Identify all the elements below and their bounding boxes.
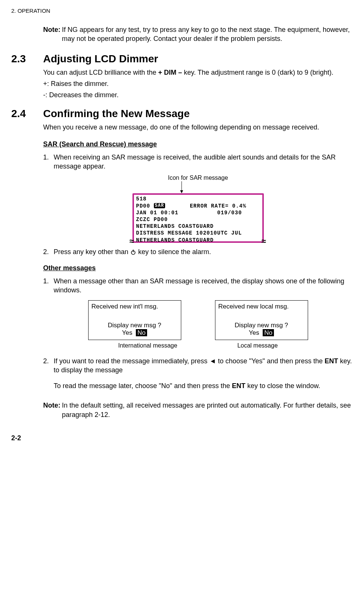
- dialog-prompt: Display new msg ?: [92, 322, 178, 329]
- section-title: Confirming the New Message: [43, 108, 190, 120]
- dialog-local-caption: Local message: [237, 342, 278, 349]
- text: If you want to read the message immediat…: [54, 357, 209, 365]
- sar-figure-caption: Icon for SAR message: [129, 175, 268, 181]
- text: PD00: [136, 203, 154, 209]
- dialog-options: Yes No: [218, 329, 305, 337]
- lcd-row: PD00 SAR ERROR RATE= 0.4%: [136, 203, 260, 209]
- section-title: Adjusting LCD Dimmer: [43, 53, 158, 65]
- step-number: 1.: [43, 277, 54, 295]
- text: Press any key other than: [54, 248, 130, 256]
- continuation-icon: ≈: [261, 237, 266, 248]
- sar-figure: Icon for SAR message 518 PD00 SAR ERROR …: [129, 175, 268, 242]
- lcd-row: ZCZC PD00: [136, 216, 260, 223]
- other-subheading: Other messages: [43, 264, 353, 272]
- step-number: 1.: [43, 153, 54, 171]
- text: to choose "Yes" and then press the: [216, 357, 325, 365]
- lcd-row: NETHERLANDS COASTGUARD: [136, 237, 260, 244]
- sec24-intro: When you receive a new message, do one o…: [43, 123, 353, 132]
- step-body: When a message other than an SAR message…: [54, 277, 353, 295]
- sar-subheading: SAR (Search and Rescue) message: [43, 140, 353, 148]
- dialog-intl: Received new int'l msg. Display new msg …: [88, 300, 181, 340]
- svg-marker-1: [180, 190, 183, 193]
- note-label: Note:: [43, 25, 60, 44]
- continuation-icon: ≈: [129, 237, 135, 248]
- section-number: 2.4: [11, 108, 43, 120]
- lcd-row: NETHERLANDS COASTGUARD: [136, 223, 260, 230]
- lcd-screen: 518 PD00 SAR ERROR RATE= 0.4% JAN 01 00:…: [132, 193, 264, 242]
- page-number: 2-2: [11, 434, 353, 442]
- text: key. The adjustment range is 0 (dark) to…: [182, 69, 334, 76]
- section-2-4-heading: 2.4 Confirming the New Message: [11, 108, 353, 120]
- option-no-selected: No: [136, 329, 147, 336]
- lcd-row: 518: [136, 196, 260, 202]
- note-body: In the default setting, all received mes…: [60, 401, 353, 419]
- lcd-row: DISTRESS MESSAGE 102010UTC JUL: [136, 230, 260, 236]
- dialog-title: Received new local msg.: [218, 303, 305, 310]
- key-name: ENT: [232, 382, 245, 390]
- left-arrow-icon: ◄: [209, 357, 216, 365]
- sec23-plus: +: Raises the dimmer.: [43, 79, 353, 88]
- note-2: Note: In the default setting, all receiv…: [43, 401, 353, 419]
- sar-badge-icon: SAR: [154, 203, 165, 208]
- dialog-intl-caption: International message: [118, 342, 177, 349]
- text: You can adjust LCD brilliance with the: [43, 69, 158, 76]
- note-1: Note: If NG appears for any test, try to…: [43, 25, 353, 44]
- dialog-options: Yes No: [92, 329, 178, 337]
- power-icon: [130, 248, 136, 257]
- note-label: Note:: [43, 401, 60, 419]
- step-number: 2.: [43, 357, 54, 397]
- dialog-local: Received new local msg. Display new msg …: [215, 300, 308, 340]
- other-step-2: 2. If you want to read the message immed…: [43, 357, 353, 397]
- text: To read the message later, choose "No" a…: [54, 382, 232, 390]
- text: key to close the window.: [245, 382, 320, 390]
- dialog-prompt: Display new msg ?: [218, 322, 305, 329]
- step-number: 2.: [43, 247, 54, 257]
- sec23-minus: -: Decreases the dimmer.: [43, 90, 353, 99]
- running-header: 2. OPERATION: [11, 8, 353, 14]
- section-2-3-heading: 2.3 Adjusting LCD Dimmer: [11, 53, 353, 65]
- step-body: If you want to read the message immediat…: [54, 357, 353, 397]
- section-number: 2.3: [11, 53, 43, 65]
- lcd-row: JAN 01 00:01 019/030: [136, 209, 260, 216]
- step-body: When receiving an SAR message is receive…: [54, 153, 353, 171]
- option-yes: Yes: [122, 329, 132, 336]
- note-body: If NG appears for any test, try to press…: [60, 25, 353, 44]
- sar-step-2: 2. Press any key other than key to silen…: [43, 247, 353, 257]
- step-body: Press any key other than key to silence …: [54, 247, 353, 257]
- sec23-para1: You can adjust LCD brilliance with the +…: [43, 68, 353, 77]
- key-name: + DIM –: [158, 69, 182, 76]
- other-step-1: 1. When a message other than an SAR mess…: [43, 277, 353, 295]
- option-yes: Yes: [249, 329, 259, 336]
- arrow-down-icon: [112, 181, 251, 193]
- option-no-selected: No: [263, 329, 274, 336]
- dialog-title: Received new int'l msg.: [92, 303, 178, 310]
- text: ERROR RATE= 0.4%: [165, 203, 246, 209]
- key-name: ENT: [325, 357, 338, 365]
- text: key to silence the alarm.: [138, 248, 211, 256]
- sar-step-1: 1. When receiving an SAR message is rece…: [43, 153, 353, 171]
